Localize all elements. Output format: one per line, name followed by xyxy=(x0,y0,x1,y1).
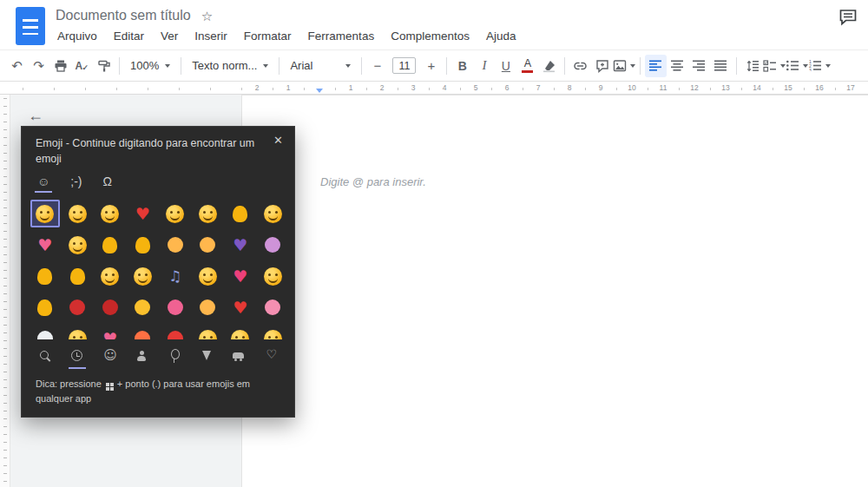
emoji-broken-heart[interactable]: ♥ xyxy=(226,293,255,321)
add-comment-button[interactable] xyxy=(591,55,613,77)
print-button[interactable] xyxy=(49,55,71,77)
zoom-dropdown[interactable]: 100% xyxy=(124,55,176,77)
spellcheck-button[interactable]: A xyxy=(71,55,93,77)
menu-ferramentas[interactable]: Ferramentas xyxy=(306,29,377,43)
emoji-smirking-face[interactable] xyxy=(62,325,92,339)
emoji-eyes[interactable] xyxy=(30,325,60,339)
align-right-button[interactable] xyxy=(688,55,710,77)
emoji-birthday-cake[interactable] xyxy=(161,293,190,321)
emoji-smiling-face-sunglasses[interactable] xyxy=(128,262,157,290)
emoji-heart-with-arrow[interactable]: ♥ xyxy=(226,262,255,290)
italic-button[interactable]: I xyxy=(473,55,495,77)
emoji-person-shrugging[interactable] xyxy=(193,231,222,259)
tab-emoji[interactable]: ☺ xyxy=(37,174,49,193)
emoji-face-blowing-kiss[interactable] xyxy=(258,200,287,227)
close-icon[interactable]: ✕ xyxy=(273,134,283,147)
emoji-raising-hands[interactable] xyxy=(128,231,157,259)
emoji-face-tears-of-joy[interactable] xyxy=(62,200,92,227)
emoji-selfie[interactable] xyxy=(193,293,222,321)
emoji-star-struck[interactable] xyxy=(226,325,255,339)
emoji-thinking-face[interactable] xyxy=(193,325,222,339)
emoji-hugging-face[interactable] xyxy=(258,262,287,290)
decrease-font-size-button[interactable]: − xyxy=(366,55,388,77)
paragraph-styles-dropdown[interactable]: Texto norm... xyxy=(186,55,274,77)
menu-editar[interactable]: Editar xyxy=(112,29,146,43)
document-page[interactable]: Digite @ para inserir. xyxy=(241,95,868,487)
emoji-smiling-face-smiling-eyes[interactable] xyxy=(30,200,60,227)
tab-symbols[interactable]: Ω xyxy=(103,174,112,193)
emoji-sparkling-heart[interactable]: ♥ xyxy=(95,325,125,339)
numbered-list-button[interactable]: 123 xyxy=(808,55,831,77)
emoji-winking-face[interactable] xyxy=(95,262,125,290)
emoji-party-popper[interactable] xyxy=(128,293,157,321)
vertical-ruler xyxy=(0,95,10,487)
menu-ver[interactable]: Ver xyxy=(159,29,180,43)
increase-font-size-button[interactable]: + xyxy=(420,55,442,77)
emoji-fairy[interactable] xyxy=(258,231,287,259)
emoji-rolling-on-floor-laughing[interactable] xyxy=(95,200,125,227)
emoji-musical-notes[interactable]: ♫ xyxy=(161,262,190,290)
selfie-icon xyxy=(200,299,215,315)
paint-roller-icon xyxy=(97,59,111,73)
emoji-unicorn[interactable] xyxy=(258,293,287,321)
emoji-clapping-hands[interactable] xyxy=(30,293,60,321)
category-transport-button[interactable] xyxy=(223,343,255,369)
category-smileys-button[interactable] xyxy=(94,343,126,369)
emoji-two-hearts[interactable]: ♥ xyxy=(30,231,60,259)
emoji-red-heart[interactable]: ♥ xyxy=(128,200,157,227)
category-people-button[interactable] xyxy=(126,343,158,369)
emoji-beaming-face[interactable] xyxy=(62,231,92,259)
paint-format-button[interactable] xyxy=(93,55,115,77)
category-symbols-button[interactable] xyxy=(255,343,287,369)
emoji-loudly-crying-face[interactable] xyxy=(193,262,222,290)
insert-image-button[interactable] xyxy=(613,55,635,77)
emoji-fire[interactable] xyxy=(128,325,157,339)
category-celebrations-button[interactable] xyxy=(158,343,190,369)
align-center-button[interactable] xyxy=(667,55,688,77)
emoji-sleeping-face[interactable] xyxy=(258,325,287,339)
tab-kaomoji[interactable]: ;-) xyxy=(70,174,82,193)
highlight-color-button[interactable] xyxy=(538,55,560,77)
emoji-heart-eyes[interactable] xyxy=(161,200,190,227)
emoji-rose[interactable] xyxy=(95,293,125,321)
emoji-unamused-face[interactable] xyxy=(193,200,222,227)
checklist-button[interactable] xyxy=(763,55,786,77)
docs-logo-icon[interactable] xyxy=(16,7,45,45)
menu-formatar[interactable]: Formatar xyxy=(242,29,293,43)
kiss-mark-icon xyxy=(69,299,85,315)
redo-button[interactable]: ↷ xyxy=(28,55,49,77)
star-icon[interactable]: ☆ xyxy=(201,10,213,23)
emoji-victory-hand[interactable] xyxy=(30,262,60,290)
emoji-hundred-points[interactable] xyxy=(161,325,190,339)
menu-inserir[interactable]: Inserir xyxy=(193,29,229,43)
document-title[interactable]: Documento sem título xyxy=(56,8,191,23)
emoji-crossed-fingers[interactable] xyxy=(62,262,92,290)
undo-button[interactable]: ↶ xyxy=(6,55,28,77)
menu-ajuda[interactable]: Ajuda xyxy=(484,29,518,43)
font-dropdown[interactable]: Arial xyxy=(284,55,357,77)
menu-complementos[interactable]: Complementos xyxy=(389,29,471,43)
font-size-field[interactable]: 11 xyxy=(392,57,416,74)
line-spacing-button[interactable] xyxy=(741,55,763,77)
text-color-icon: A xyxy=(522,58,533,73)
left-margin-marker-icon[interactable] xyxy=(316,89,323,93)
emoji-thumbs-up[interactable] xyxy=(95,231,125,259)
emoji-person-facepalming[interactable] xyxy=(161,231,190,259)
comments-button[interactable] xyxy=(838,9,858,26)
bold-button[interactable]: B xyxy=(451,55,473,77)
menu-arquivo[interactable]: Arquivo xyxy=(56,29,99,43)
emoji-purple-heart[interactable]: ♥ xyxy=(226,231,255,259)
justify-button[interactable] xyxy=(710,55,732,77)
underline-button[interactable]: U xyxy=(495,55,516,77)
category-food-button[interactable] xyxy=(190,343,222,369)
emoji-kiss-mark[interactable] xyxy=(62,293,92,321)
category-search-button[interactable] xyxy=(29,343,61,369)
insert-link-button[interactable] xyxy=(569,55,591,77)
bulleted-list-button[interactable] xyxy=(786,55,808,77)
category-recent-button[interactable] xyxy=(61,343,93,369)
text-color-button[interactable]: A xyxy=(516,55,538,77)
back-arrow-icon[interactable]: ← xyxy=(28,107,43,125)
emoji-ok-hand[interactable] xyxy=(226,200,255,227)
align-left-button[interactable] xyxy=(645,55,667,77)
unamused-face-icon xyxy=(199,205,217,223)
